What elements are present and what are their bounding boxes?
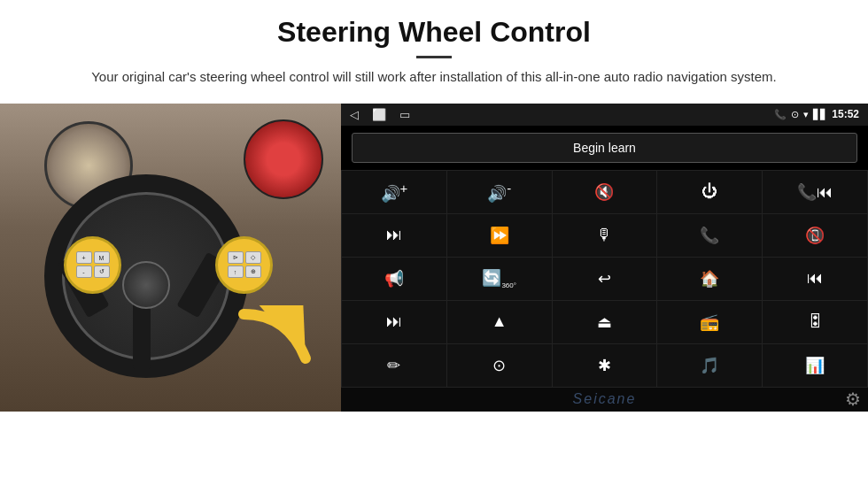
call-prev-icon: 📞⏮ xyxy=(797,182,833,202)
ctrl-ff[interactable]: ⏭ xyxy=(342,301,446,343)
ctrl-360[interactable]: 🔄360° xyxy=(447,258,552,300)
ctrl-home[interactable]: 🏠 xyxy=(657,258,762,300)
battery-status-icon: ▋▋ xyxy=(813,109,827,120)
mute-icon: 🔇 xyxy=(594,182,614,202)
sw-btn-next: ◇ xyxy=(245,251,261,264)
navigate-icon: ▲ xyxy=(492,312,508,331)
btn-cluster-right: ⊳ ◇ ↑ ⊕ xyxy=(215,236,273,294)
ctrl-back[interactable]: ↩ xyxy=(553,258,657,300)
sw-btn-mute: ↑ xyxy=(228,266,244,278)
ctrl-call-prev[interactable]: 📞⏮ xyxy=(763,171,867,213)
wifi-status-icon: ▾ xyxy=(803,109,809,120)
status-time: 15:52 xyxy=(832,108,859,120)
ctrl-vol-up[interactable]: 🔊+ xyxy=(342,171,446,213)
power-icon: ⏻ xyxy=(701,182,717,201)
phone-status-icon: 📞 xyxy=(774,109,787,120)
subtitle: Your original car's steering wheel contr… xyxy=(89,67,779,88)
sw-btn-pick: ⊕ xyxy=(245,266,261,278)
sw-btn-src: ↺ xyxy=(94,266,110,278)
back-icon: ↩ xyxy=(598,269,611,289)
ctrl-next-track[interactable]: ⏭ xyxy=(342,214,446,257)
ctrl-rewind[interactable]: ⏮ xyxy=(763,258,867,300)
status-bar: ◁ ⬜ ▭ 📞 ⊙ ▾ ▋▋ 15:52 xyxy=(341,104,868,126)
mic-icon: 🎙 xyxy=(596,226,612,244)
back-nav-icon[interactable]: ◁ xyxy=(350,108,359,121)
eq-icon: 🎛 xyxy=(807,312,823,331)
begin-learn-button[interactable]: Begin learn xyxy=(352,133,857,163)
android-head-unit: ◁ ⬜ ▭ 📞 ⊙ ▾ ▋▋ 15:52 Begin learn xyxy=(341,104,868,412)
title-divider xyxy=(416,56,452,58)
vol-down-icon: 🔊- xyxy=(487,181,511,204)
ctrl-call[interactable]: 📞 xyxy=(657,214,762,257)
vol-up-icon: 🔊+ xyxy=(381,181,408,204)
horn-icon: 📢 xyxy=(384,269,404,289)
sw-btn-vol-dn: - xyxy=(76,266,92,278)
ctrl-bluetooth[interactable]: ✱ xyxy=(553,344,657,387)
ctrl-pen[interactable]: ✏ xyxy=(342,344,446,387)
ctrl-vol-down[interactable]: 🔊- xyxy=(447,171,552,213)
ctrl-eject[interactable]: ⏏ xyxy=(553,301,657,343)
ctrl-eq[interactable]: 🎛 xyxy=(763,301,867,343)
btn-cluster-left-inner: + M - ↺ xyxy=(76,251,110,278)
ctrl-skip[interactable]: ⏩ xyxy=(447,214,552,257)
sw-btn-prev: ⊳ xyxy=(228,251,244,264)
visualizer-icon: 📊 xyxy=(805,356,825,375)
skip-icon: ⏩ xyxy=(490,226,509,245)
page-wrapper: Steering Wheel Control Your original car… xyxy=(0,0,868,485)
ctrl-end-call[interactable]: 📵 xyxy=(763,214,867,257)
rewind-icon: ⏮ xyxy=(807,269,823,288)
next-track-icon: ⏭ xyxy=(386,226,402,244)
sw-hub xyxy=(122,261,170,309)
arrow-svg xyxy=(235,305,323,376)
arrow-overlay xyxy=(235,305,323,376)
music-icon: 🎵 xyxy=(700,356,719,375)
btn-cluster-left: + M - ↺ xyxy=(64,236,121,294)
lens-icon: ⊙ xyxy=(492,356,506,375)
sw-btn-mode: M xyxy=(94,251,110,264)
page-title: Steering Wheel Control xyxy=(35,16,833,49)
sw-btn-vol-up: + xyxy=(76,251,92,264)
bottom-bar: Seicane ⚙ xyxy=(341,388,868,412)
pen-icon: ✏ xyxy=(387,356,400,375)
ctrl-power[interactable]: ⏻ xyxy=(657,171,762,213)
ctrl-mic[interactable]: 🎙 xyxy=(553,214,657,257)
location-status-icon: ⊙ xyxy=(791,109,799,120)
home-icon: 🏠 xyxy=(700,269,719,289)
btn-cluster-right-inner: ⊳ ◇ ↑ ⊕ xyxy=(228,251,261,278)
sw-spoke-bottom xyxy=(133,298,151,369)
begin-learn-bar: Begin learn xyxy=(341,126,868,170)
360-icon: 🔄360° xyxy=(482,268,516,289)
status-nav: ◁ ⬜ ▭ xyxy=(350,108,410,121)
ctrl-navigate[interactable]: ▲ xyxy=(447,301,552,343)
steering-wheel-image: + M - ↺ ⊳ ◇ ↑ ⊕ xyxy=(0,104,341,412)
watermark-text: Seicane xyxy=(573,391,637,407)
eject-icon: ⏏ xyxy=(597,312,612,332)
ctrl-music[interactable]: 🎵 xyxy=(657,344,762,387)
home-nav-icon[interactable]: ⬜ xyxy=(372,108,386,121)
control-grid: 🔊+ 🔊- 🔇 ⏻ 📞⏮ ⏭ ⏩ xyxy=(341,170,868,388)
content-row: + M - ↺ ⊳ ◇ ↑ ⊕ xyxy=(0,104,868,412)
call-icon: 📞 xyxy=(700,226,719,245)
ctrl-mute[interactable]: 🔇 xyxy=(553,171,657,213)
gear-icon[interactable]: ⚙ xyxy=(845,389,861,410)
ctrl-radio[interactable]: 📻 xyxy=(657,301,762,343)
ctrl-visualizer[interactable]: 📊 xyxy=(763,344,867,387)
end-call-icon: 📵 xyxy=(805,226,825,245)
status-icons: 📞 ⊙ ▾ ▋▋ 15:52 xyxy=(774,108,859,120)
recents-nav-icon[interactable]: ▭ xyxy=(399,108,410,121)
radio-icon: 📻 xyxy=(700,312,719,332)
ff-icon: ⏭ xyxy=(386,312,402,331)
ctrl-lens[interactable]: ⊙ xyxy=(447,344,552,387)
header-section: Steering Wheel Control Your original car… xyxy=(0,0,868,96)
bluetooth-icon: ✱ xyxy=(598,356,611,375)
ctrl-horn[interactable]: 📢 xyxy=(342,258,446,300)
